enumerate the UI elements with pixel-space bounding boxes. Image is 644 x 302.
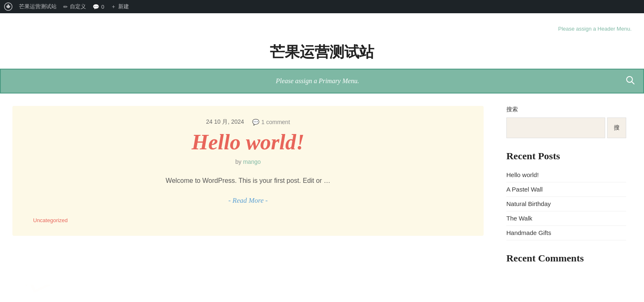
new-label: 新建 <box>118 3 129 10</box>
list-item: Handmade Gifts <box>506 226 626 240</box>
header-menu-placeholder: Please assign a Header Menu. <box>0 22 644 34</box>
nav-search-icon[interactable] <box>626 76 635 87</box>
header-area: Please assign a Header Menu. 芒果运营测试站 Ple… <box>0 13 644 98</box>
category-link[interactable]: Uncategorized <box>33 217 68 223</box>
sidebar-search-section: 搜索 搜 <box>506 106 626 138</box>
comments-count: 0 <box>101 4 104 10</box>
recent-post-link-1[interactable]: Hello world! <box>506 171 539 178</box>
comment-icon: 💬 <box>93 4 99 10</box>
post-card: 24 10 月, 2024 💬 1 comment Hello world! b… <box>12 106 484 236</box>
primary-navigation: Please assign a Primary Menu. <box>0 69 644 93</box>
list-item: The Walk <box>506 211 626 226</box>
post-footer: Uncategorized <box>33 213 463 223</box>
new-content-link[interactable]: ＋ 新建 <box>111 3 129 10</box>
search-svg-icon <box>626 76 635 85</box>
sidebar: 搜索 搜 Recent Posts Hello world! A Pastel … <box>496 98 637 285</box>
post-comment-meta: 💬 1 comment <box>252 119 290 125</box>
site-wrapper: Please assign a Header Menu. 芒果运营测试站 Ple… <box>0 13 644 285</box>
sidebar-recent-comments-section: Recent Comments <box>506 253 626 264</box>
main-layout: 24 10 月, 2024 💬 1 comment Hello world! b… <box>0 98 644 285</box>
admin-bar: 芒果运营测试站 ✏ 自定义 💬 0 ＋ 新建 <box>0 0 644 13</box>
svg-line-1 <box>632 81 634 84</box>
author-prefix: by <box>235 158 241 165</box>
recent-posts-heading: Recent Posts <box>506 151 626 162</box>
post-title: Hello world! <box>33 130 463 154</box>
list-item: A Pastel Wall <box>506 182 626 197</box>
list-item: Hello world! <box>506 168 626 182</box>
customize-link[interactable]: ✏ 自定义 <box>63 3 86 10</box>
post-meta: 24 10 月, 2024 💬 1 comment <box>33 118 463 126</box>
plus-icon: ＋ <box>111 3 116 10</box>
admin-bar-site-name: 芒果运营测试站 <box>19 3 57 10</box>
recent-comments-heading: Recent Comments <box>506 253 626 264</box>
search-section-label: 搜索 <box>506 106 626 113</box>
post-excerpt: Welcome to WordPress. This is your first… <box>33 175 463 186</box>
site-name-link[interactable]: 芒果运营测试站 <box>19 3 57 10</box>
recent-post-link-4[interactable]: The Walk <box>506 215 532 222</box>
recent-post-link-5[interactable]: Handmade Gifts <box>506 229 551 236</box>
site-title: 芒果运营测试站 <box>0 42 644 62</box>
search-row: 搜 <box>506 117 626 138</box>
content-area: 24 10 月, 2024 💬 1 comment Hello world! b… <box>0 98 496 285</box>
recent-post-link-3[interactable]: Natural Birthday <box>506 200 551 207</box>
wp-logo-icon <box>4 2 12 11</box>
post-date: 24 10 月, 2024 <box>206 118 244 126</box>
author-link[interactable]: mango <box>243 158 261 165</box>
search-input[interactable] <box>506 117 605 138</box>
customize-label: 自定义 <box>70 3 86 10</box>
post-author: by mango <box>33 158 463 165</box>
wp-logo-link[interactable] <box>4 2 12 11</box>
sidebar-recent-posts-section: Recent Posts Hello world! A Pastel Wall … <box>506 151 626 240</box>
search-button[interactable]: 搜 <box>607 117 626 138</box>
comment-bubble-icon: 💬 <box>252 119 259 125</box>
list-item: Natural Birthday <box>506 197 626 211</box>
read-more-button[interactable]: - Read More - <box>228 197 267 204</box>
read-more-wrap: - Read More - <box>33 197 463 205</box>
edit-icon: ✏ <box>63 4 68 10</box>
site-title-wrap: 芒果运营测试站 <box>0 34 644 69</box>
comments-link[interactable]: 💬 0 <box>93 4 104 10</box>
recent-post-link-2[interactable]: A Pastel Wall <box>506 186 543 193</box>
post-comment-count: 1 comment <box>261 119 290 125</box>
recent-posts-list: Hello world! A Pastel Wall Natural Birth… <box>506 168 626 240</box>
primary-nav-placeholder: Please assign a Primary Menu. <box>9 77 626 85</box>
